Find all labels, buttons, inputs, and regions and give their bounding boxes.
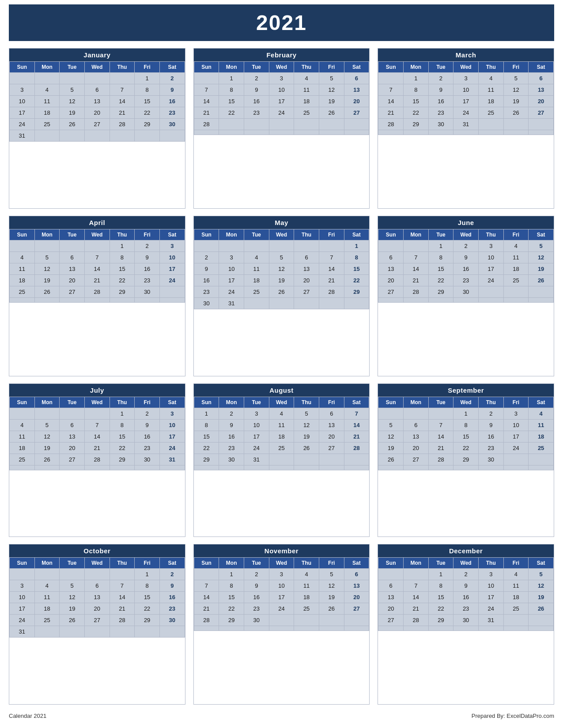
day-cell: 26 (60, 119, 85, 130)
day-cell: 16 (159, 96, 185, 107)
day-cell (135, 465, 160, 470)
day-header-mon: Mon (403, 62, 428, 73)
day-cell: 11 (244, 263, 269, 274)
day-cell: 12 (503, 84, 529, 96)
day-header-wed: Wed (453, 62, 479, 73)
day-cell: 12 (60, 592, 85, 603)
day-cell: 19 (378, 442, 404, 454)
day-cell: 27 (60, 286, 85, 297)
day-cell (453, 465, 479, 470)
day-cell: 23 (159, 107, 185, 119)
day-cell (135, 297, 160, 302)
day-cell (378, 297, 404, 302)
day-cell: 28 (110, 119, 135, 130)
day-cell: 7 (344, 408, 369, 419)
day-header-sat: Sat (344, 558, 369, 569)
day-cell: 30 (194, 297, 219, 309)
day-cell: 8 (110, 251, 135, 263)
day-cell: 19 (529, 263, 554, 274)
day-cell: 18 (503, 263, 529, 274)
day-header-sat: Sat (159, 62, 185, 73)
day-cell (194, 240, 219, 251)
week-row: 18192021222324 (10, 274, 185, 286)
week-row (378, 130, 554, 135)
week-row: 16171819202122 (194, 274, 369, 286)
day-cell: 20 (294, 274, 319, 286)
day-cell: 12 (60, 96, 85, 107)
day-cell: 13 (344, 84, 369, 96)
week-row: 45678910 (10, 419, 185, 431)
day-cell: 20 (319, 431, 344, 442)
day-cell: 15 (219, 96, 244, 107)
day-header-sun: Sun (378, 229, 404, 240)
day-cell: 21 (84, 442, 110, 454)
day-cell: 20 (60, 442, 85, 454)
day-header-mon: Mon (34, 62, 60, 73)
week-row (378, 297, 554, 302)
day-cell: 10 (269, 580, 294, 592)
day-header-mon: Mon (34, 397, 60, 408)
day-header-wed: Wed (453, 558, 479, 569)
day-header-fri: Fri (503, 558, 529, 569)
month-may: MaySunMonTueWedThuFriSat1234567891011121… (193, 216, 370, 376)
day-cell (294, 240, 319, 251)
day-cell: 17 (159, 263, 185, 274)
day-cell (34, 297, 60, 302)
day-cell: 11 (34, 592, 60, 603)
day-header-tue: Tue (244, 62, 269, 73)
day-cell: 5 (503, 73, 529, 84)
week-row: 21222324252627 (378, 107, 554, 119)
day-cell: 20 (378, 274, 404, 286)
day-cell: 26 (294, 442, 319, 454)
day-header-thu: Thu (110, 62, 135, 73)
day-cell: 8 (453, 419, 479, 431)
day-cell: 22 (110, 274, 135, 286)
day-cell: 24 (10, 119, 35, 130)
day-cell: 10 (219, 263, 244, 274)
day-cell: 24 (10, 615, 35, 626)
day-cell: 30 (135, 454, 160, 465)
day-cell: 21 (319, 274, 344, 286)
day-cell (478, 119, 503, 130)
day-cell: 25 (10, 286, 35, 297)
day-header-tue: Tue (428, 62, 453, 73)
week-row: 3456789 (10, 84, 185, 96)
day-cell: 23 (244, 603, 269, 615)
day-cell: 10 (478, 580, 503, 592)
week-row: 12 (10, 569, 185, 580)
day-cell (319, 297, 344, 309)
day-cell: 19 (294, 431, 319, 442)
day-cell (244, 626, 269, 631)
day-cell: 17 (219, 274, 244, 286)
day-cell: 23 (244, 107, 269, 119)
day-cell: 12 (34, 263, 60, 274)
day-cell: 10 (159, 419, 185, 431)
day-header-fri: Fri (319, 229, 344, 240)
day-cell: 27 (84, 615, 110, 626)
day-cell (529, 119, 554, 130)
footer-right: Prepared By: ExcelDataPro.com (472, 713, 554, 719)
day-cell: 22 (428, 274, 453, 286)
day-header-fri: Fri (319, 62, 344, 73)
day-cell: 3 (219, 251, 244, 263)
page: 2021 JanuarySunMonTueWedThuFriSat1234567… (0, 0, 563, 728)
day-cell: 3 (159, 408, 185, 419)
week-row: 31 (10, 626, 185, 638)
day-cell: 11 (10, 263, 35, 274)
day-cell: 31 (453, 119, 479, 130)
day-cell: 10 (244, 419, 269, 431)
day-cell (60, 569, 85, 580)
day-cell (378, 73, 404, 84)
day-cell: 8 (428, 251, 453, 263)
day-cell (159, 286, 185, 297)
day-cell: 24 (269, 603, 294, 615)
day-cell: 17 (503, 431, 529, 442)
week-row: 11121314151617 (10, 263, 185, 274)
day-cell: 4 (294, 73, 319, 84)
week-row (10, 297, 185, 302)
day-cell: 19 (34, 274, 60, 286)
month-table: SunMonTueWedThuFriSat1234567891011121314… (9, 397, 185, 470)
month-title: June (378, 216, 554, 229)
day-cell (344, 130, 369, 135)
footer: Calendar 2021 Prepared By: ExcelDataPro.… (9, 708, 554, 719)
